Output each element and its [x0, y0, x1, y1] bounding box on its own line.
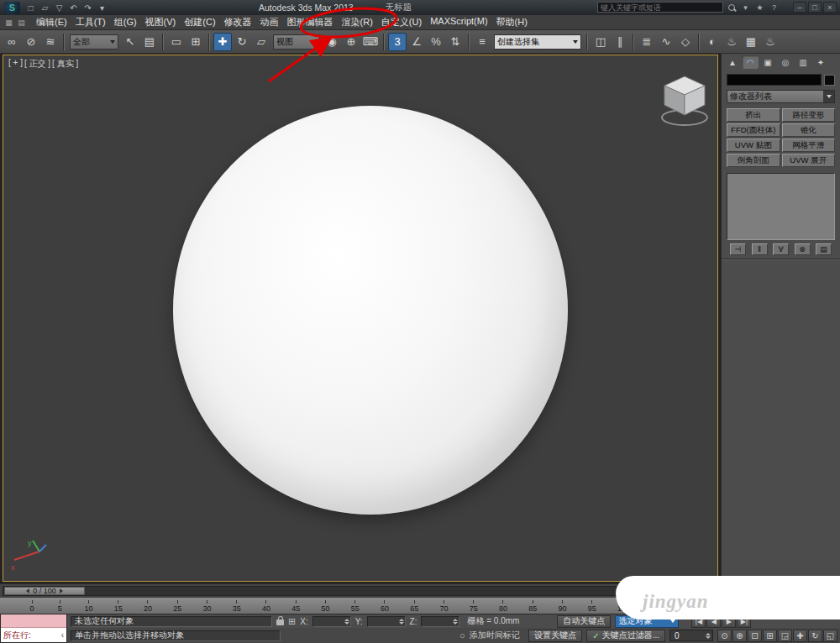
zoom-extents[interactable]: ⊡: [748, 630, 762, 642]
keyboard-shortcut-override[interactable]: ⌨: [361, 33, 380, 51]
set-key-button[interactable]: 设置关键点: [528, 630, 582, 642]
select-and-move[interactable]: ✚: [213, 33, 232, 51]
spinner-icon[interactable]: [453, 619, 458, 625]
modifier-button[interactable]: 倒角剖面: [727, 154, 780, 167]
x-coordinate-field[interactable]: [312, 616, 351, 627]
remove-modifier[interactable]: ⊗: [795, 243, 811, 255]
scroll-left-icon[interactable]: ‹: [61, 630, 64, 640]
perspective-viewport[interactable]: + 正交 真实 x y: [3, 55, 718, 582]
window-crossing-toggle[interactable]: ⊞: [186, 33, 205, 51]
configure-modifier-sets[interactable]: ▤: [816, 243, 832, 255]
tab-motion[interactable]: ◎: [777, 55, 794, 69]
spinner-icon[interactable]: [344, 619, 349, 625]
track-bar[interactable]: 0 5 10 15 20 25 30 35 40 45 50 55: [0, 597, 721, 614]
rectangular-selection-region[interactable]: ▭: [167, 33, 186, 51]
modifier-button[interactable]: UVW 展开: [782, 154, 836, 167]
select-object[interactable]: ↖: [121, 33, 139, 51]
workspace-icon[interactable]: ▦: [3, 17, 14, 28]
align[interactable]: ∥: [611, 33, 629, 51]
time-slider-track[interactable]: 0 / 100: [3, 586, 718, 596]
save-file-icon[interactable]: ▽: [53, 2, 66, 13]
close-icon[interactable]: ×: [823, 2, 837, 13]
tab-utilities[interactable]: ✦: [812, 55, 829, 69]
redo-icon[interactable]: ↷: [81, 2, 94, 13]
material-editor[interactable]: ◐: [703, 33, 722, 51]
menu-item[interactable]: 创建(C): [180, 14, 219, 30]
project-folder-icon[interactable]: ▾: [96, 2, 108, 13]
select-by-name[interactable]: ▤: [140, 33, 159, 51]
make-unique[interactable]: ∀: [773, 243, 789, 255]
menu-item[interactable]: 图形编辑器: [283, 14, 338, 30]
layer-manager[interactable]: ≣: [638, 33, 656, 51]
zoom-region[interactable]: ◲: [778, 630, 792, 642]
previous-frame-arrow-icon[interactable]: [26, 588, 29, 593]
zoom[interactable]: ⊙: [717, 630, 732, 642]
next-frame-arrow-icon[interactable]: [60, 588, 63, 593]
app-logo-icon[interactable]: S: [4, 2, 20, 14]
render-production[interactable]: ♨: [761, 33, 780, 51]
rendered-frame-window[interactable]: ▦: [742, 33, 760, 51]
modifier-list-dropdown[interactable]: 修改器列表: [727, 90, 835, 103]
snaps-toggle[interactable]: 3: [388, 33, 407, 51]
favorites-icon[interactable]: ★: [754, 2, 765, 13]
modifier-stack-list[interactable]: [727, 173, 835, 240]
pan-view[interactable]: ✚: [793, 630, 807, 642]
y-coordinate-field[interactable]: [367, 616, 406, 627]
maximize-icon[interactable]: □: [808, 2, 822, 13]
help-icon[interactable]: ?: [769, 2, 780, 13]
edit-named-selection-sets[interactable]: ≡: [473, 33, 491, 51]
modifier-button[interactable]: 路径变形: [782, 108, 836, 122]
mirror[interactable]: ◫: [591, 33, 610, 51]
modifier-button[interactable]: 网格平滑: [782, 139, 836, 152]
render-setup[interactable]: ♨: [722, 33, 741, 51]
named-selection-set-dropdown[interactable]: 创建选择集: [494, 34, 581, 50]
modifier-button[interactable]: 挤出: [727, 108, 780, 122]
menu-item[interactable]: 动画: [256, 14, 283, 30]
add-time-tag[interactable]: 添加时间标记: [470, 630, 520, 641]
scene-explorer-icon[interactable]: ▤: [16, 17, 27, 28]
percent-snap-toggle[interactable]: %: [427, 33, 445, 51]
modifier-button[interactable]: FFD(圆柱体): [727, 123, 780, 137]
viewport-shading-menu[interactable]: 真实: [52, 58, 78, 70]
orbit[interactable]: ↻: [808, 630, 822, 642]
show-end-result[interactable]: ‖: [752, 243, 768, 255]
z-coordinate-field[interactable]: [421, 616, 459, 627]
viewport-general-menu[interactable]: +: [8, 58, 23, 70]
tab-modify[interactable]: ◠: [742, 55, 759, 69]
zoom-all[interactable]: ⊕: [732, 630, 747, 642]
open-file-icon[interactable]: ▱: [39, 2, 51, 13]
menu-item[interactable]: 修改器: [220, 14, 256, 30]
tab-create[interactable]: ▲: [724, 55, 741, 69]
search-scope-icon[interactable]: ▾: [740, 2, 751, 13]
sphere-object[interactable]: [173, 106, 568, 515]
object-name-field[interactable]: [727, 74, 822, 86]
search-input[interactable]: [597, 2, 723, 13]
menu-item[interactable]: 自定义(U): [377, 14, 426, 30]
menu-item[interactable]: 编辑(E): [32, 14, 71, 30]
menu-item[interactable]: 组(G): [110, 14, 141, 30]
listener-row[interactable]: 所在行: ‹: [1, 628, 66, 642]
menu-item[interactable]: 视图(V): [141, 14, 181, 30]
pin-stack[interactable]: ⊣: [730, 243, 746, 255]
modifier-button[interactable]: 锥化: [782, 123, 836, 137]
selection-filter-dropdown[interactable]: 全部: [70, 34, 118, 50]
menu-item[interactable]: 工具(T): [71, 14, 110, 30]
spinner-snap-toggle[interactable]: ⇅: [446, 33, 465, 51]
viewport-pov-menu[interactable]: 正交: [24, 58, 50, 70]
spinner-icon[interactable]: [399, 619, 404, 625]
minimize-icon[interactable]: –: [793, 2, 806, 13]
curve-editor[interactable]: ∿: [657, 33, 675, 51]
undo-icon[interactable]: ↶: [67, 2, 80, 13]
modifier-button[interactable]: UVW 贴图: [727, 139, 780, 152]
key-filters-button[interactable]: ✓ 关键点过滤器...: [586, 630, 665, 642]
menu-item[interactable]: 帮助(H): [492, 14, 532, 30]
menu-item[interactable]: MAXScript(M): [426, 14, 491, 30]
macro-recorder-row[interactable]: [1, 614, 66, 628]
select-and-link[interactable]: ∞: [3, 33, 21, 51]
current-frame-field[interactable]: 0: [669, 630, 713, 641]
tab-hierarchy[interactable]: ▣: [759, 55, 776, 69]
time-tag-icon[interactable]: ○: [459, 630, 465, 640]
maxscript-mini-listener[interactable]: 所在行: ‹: [0, 614, 67, 643]
spinner-icon[interactable]: [706, 633, 711, 639]
maximize-viewport-toggle[interactable]: ◱: [823, 630, 837, 642]
